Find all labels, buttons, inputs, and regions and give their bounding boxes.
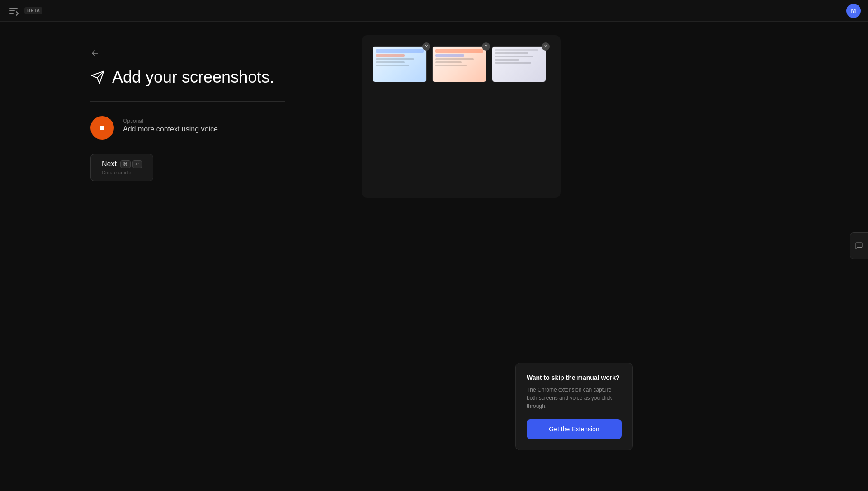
header-left: BETA: [7, 5, 55, 17]
screenshots-container: ✕ ✕: [362, 35, 561, 198]
logo-icon: [7, 5, 20, 17]
promo-card: Want to skip the manual work? The Chrome…: [515, 363, 633, 450]
screenshot-close-2[interactable]: ✕: [482, 42, 490, 51]
screenshot-image-2: [432, 46, 486, 82]
back-button[interactable]: [90, 49, 316, 58]
kbd-enter: ↵: [132, 160, 142, 168]
screenshot-thumb-2: ✕: [432, 46, 486, 82]
voice-text: Optional Add more context using voice: [123, 116, 218, 133]
app-header: BETA M: [0, 0, 868, 22]
avatar[interactable]: M: [846, 4, 861, 18]
header-divider: [51, 5, 51, 17]
beta-badge: BETA: [24, 7, 42, 14]
page-title-row: Add your screenshots.: [90, 68, 316, 87]
next-kbd: ⌘ ↵: [120, 160, 142, 168]
screenshot-image-3: [492, 46, 546, 82]
voice-context-label: Add more context using voice: [123, 125, 218, 133]
send-icon: [90, 70, 105, 84]
left-panel: Add your screenshots. Optional Add more …: [0, 22, 344, 491]
side-feedback-button[interactable]: [850, 232, 868, 259]
record-button[interactable]: [90, 116, 114, 140]
next-sublabel: Create article: [102, 170, 131, 175]
next-button[interactable]: Next ⌘ ↵ Create article: [90, 154, 153, 181]
screenshot-close-1[interactable]: ✕: [422, 42, 430, 51]
promo-title: Want to skip the manual work?: [527, 374, 622, 381]
page-title: Add your screenshots.: [112, 68, 274, 87]
main-content: Add your screenshots. Optional Add more …: [0, 22, 868, 491]
next-button-top: Next ⌘ ↵: [102, 160, 142, 168]
svg-rect-2: [100, 126, 104, 130]
voice-section: Optional Add more context using voice: [90, 116, 316, 140]
divider-line: [90, 101, 285, 102]
promo-description: The Chrome extension can capture both sc…: [527, 386, 622, 410]
voice-optional-label: Optional: [123, 118, 218, 124]
screenshot-image-1: [373, 46, 427, 82]
screenshot-close-3[interactable]: ✕: [542, 42, 550, 51]
next-label: Next: [102, 160, 117, 168]
get-extension-button[interactable]: Get the Extension: [527, 419, 622, 439]
kbd-meta: ⌘: [120, 160, 131, 168]
screenshot-thumb-3: ✕: [492, 46, 546, 82]
screenshot-thumb-1: ✕: [373, 46, 427, 82]
